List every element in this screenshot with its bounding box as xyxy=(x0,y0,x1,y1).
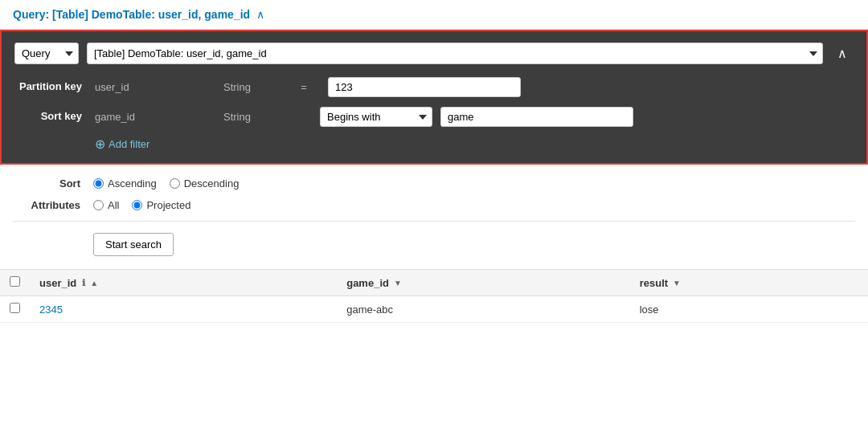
partition-key-operator: = xyxy=(288,81,320,93)
query-top-row: Query Scan [Table] DemoTable: user_id, g… xyxy=(14,43,854,64)
sort-key-operator-spacer xyxy=(288,111,320,123)
sort-key-type: String xyxy=(223,111,288,123)
page-wrapper: Query: [Table] DemoTable: user_id, game_… xyxy=(0,0,868,436)
results-table: user_id ℹ ▲ game_id ▼ result ▼ xyxy=(0,269,868,323)
row-checkbox-cell xyxy=(0,296,30,323)
sort-key-label: Sort key xyxy=(14,110,95,124)
attributes-projected-radio[interactable] xyxy=(132,200,142,210)
th-game-id-content: game_id ▼ xyxy=(346,277,620,289)
partition-key-row: Partition key user_id String = xyxy=(14,77,854,97)
attributes-projected-item[interactable]: Projected xyxy=(132,199,190,211)
sort-ascending-item[interactable]: Ascending xyxy=(93,177,157,189)
collapse-button[interactable]: ∧ xyxy=(831,43,854,64)
th-game-id: game_id ▼ xyxy=(337,270,630,296)
th-user-id-label: user_id xyxy=(39,277,76,289)
sort-key-row: Sort key game_id String Begins with = ≤ … xyxy=(14,107,854,127)
query-type-select[interactable]: Query Scan xyxy=(14,43,79,64)
options-panel: Sort Ascending Descending Attributes All xyxy=(0,165,868,269)
partition-key-label: Partition key xyxy=(14,80,95,94)
attributes-label: Attributes xyxy=(13,199,93,211)
query-header: Query: [Table] DemoTable: user_id, game_… xyxy=(0,0,868,30)
row-checkbox[interactable] xyxy=(10,303,20,313)
info-icon[interactable]: ℹ xyxy=(82,278,85,288)
attributes-all-item[interactable]: All xyxy=(93,199,119,211)
partition-key-name: user_id xyxy=(95,81,223,93)
sort-option-row: Sort Ascending Descending xyxy=(13,177,855,189)
row-result-cell: lose xyxy=(630,296,868,323)
table-header-row: user_id ℹ ▲ game_id ▼ result ▼ xyxy=(0,270,868,296)
sort-descending-radio[interactable] xyxy=(170,178,180,189)
result-filter-icon[interactable]: ▼ xyxy=(673,279,681,287)
table-select[interactable]: [Table] DemoTable: user_id, game_id xyxy=(87,43,823,64)
sort-key-operator-select[interactable]: Begins with = ≤ ≥ < > Between xyxy=(320,107,432,127)
row-user-id-cell: 2345 xyxy=(30,296,337,323)
sort-key-value-input[interactable] xyxy=(440,107,633,127)
sort-key-name: game_id xyxy=(95,111,223,123)
game-id-filter-icon[interactable]: ▼ xyxy=(394,279,402,287)
attributes-radio-group: All Projected xyxy=(93,199,190,211)
th-game-id-label: game_id xyxy=(346,277,389,289)
partition-key-value-input[interactable] xyxy=(328,77,521,97)
row-game-id-value: game-abc xyxy=(346,304,393,316)
chevron-up-icon[interactable]: ∧ xyxy=(256,8,264,21)
row-user-id-link[interactable]: 2345 xyxy=(39,304,63,316)
th-result-label: result xyxy=(640,277,668,289)
query-panel: Query Scan [Table] DemoTable: user_id, g… xyxy=(0,30,868,165)
row-game-id-cell: game-abc xyxy=(337,296,630,323)
select-all-checkbox[interactable] xyxy=(10,276,20,287)
sort-radio-group: Ascending Descending xyxy=(93,177,239,189)
th-checkbox xyxy=(0,270,30,296)
table-row: 2345 game-abc lose xyxy=(0,296,868,323)
row-result-value: lose xyxy=(640,304,659,316)
add-filter-row: ⊕ Add filter xyxy=(14,137,854,152)
th-result-content: result ▼ xyxy=(640,277,858,289)
attributes-all-radio[interactable] xyxy=(93,200,104,210)
add-filter-plus-icon: ⊕ xyxy=(95,137,105,152)
query-header-title: Query: [Table] DemoTable: user_id, game_… xyxy=(13,8,250,21)
add-filter-button[interactable]: ⊕ Add filter xyxy=(95,137,149,152)
sort-asc-icon[interactable]: ▲ xyxy=(90,279,98,287)
attributes-projected-label: Projected xyxy=(146,199,190,211)
start-search-button[interactable]: Start search xyxy=(93,233,174,256)
sort-ascending-radio[interactable] xyxy=(93,178,104,189)
divider xyxy=(13,221,855,222)
sort-descending-item[interactable]: Descending xyxy=(170,177,240,189)
attributes-option-row: Attributes All Projected xyxy=(13,199,855,211)
th-result: result ▼ xyxy=(630,270,868,296)
th-user-id-content: user_id ℹ ▲ xyxy=(39,277,327,289)
attributes-all-label: All xyxy=(108,199,119,211)
sort-label: Sort xyxy=(13,177,93,189)
th-user-id: user_id ℹ ▲ xyxy=(30,270,337,296)
sort-descending-label: Descending xyxy=(184,177,240,189)
partition-key-type: String xyxy=(223,81,288,93)
sort-ascending-label: Ascending xyxy=(108,177,157,189)
add-filter-label: Add filter xyxy=(108,138,149,150)
